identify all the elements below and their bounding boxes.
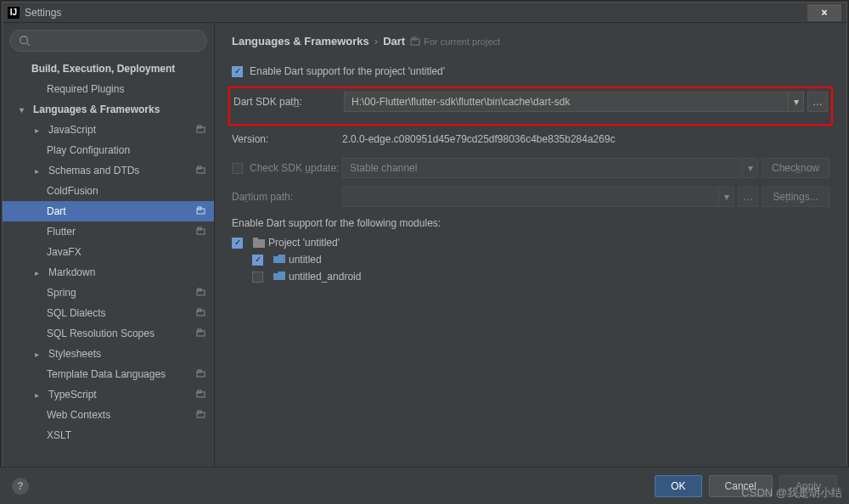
dartium-path-label: Dartium path:: [232, 191, 342, 203]
sidebar-item[interactable]: Web Contexts: [3, 405, 214, 425]
browse-sdk-button[interactable]: …: [807, 92, 828, 112]
module-item[interactable]: untitled_android: [232, 268, 829, 285]
project-scope-label: For current project: [410, 36, 500, 47]
module-item[interactable]: untitled: [232, 251, 829, 268]
chevron-down-icon: ▾: [742, 159, 757, 177]
app-icon: IJ: [8, 7, 20, 19]
dartium-path-input: ▾: [342, 187, 734, 207]
enable-dart-label: Enable Dart support for the project 'unt…: [250, 65, 445, 77]
sidebar-item[interactable]: TypeScript: [3, 384, 214, 405]
svg-rect-25: [253, 238, 258, 241]
sidebar-item[interactable]: Play Configuration: [3, 140, 214, 160]
browse-dartium-button: …: [738, 187, 758, 207]
folder-icon: [273, 255, 285, 265]
module-name: untitled: [289, 254, 322, 266]
watermark: CSDN @我是胡小结: [741, 485, 842, 501]
svg-line-1: [27, 43, 31, 47]
close-button[interactable]: ×: [807, 4, 841, 21]
sidebar-item[interactable]: Build, Execution, Deployment: [3, 59, 214, 79]
project-scope-icon: [196, 165, 205, 176]
sidebar-item[interactable]: SQL Dialects: [3, 303, 214, 323]
sidebar-item[interactable]: Dart: [3, 201, 214, 221]
enable-dart-checkbox[interactable]: [232, 66, 243, 77]
sidebar-item[interactable]: SQL Resolution Scopes: [3, 323, 214, 344]
module-name: untitled_android: [289, 271, 361, 283]
sdk-path-label: Dart SDK path:: [233, 96, 344, 108]
update-channel-value: Stable channel: [350, 162, 417, 174]
folder-icon: [273, 272, 285, 282]
sidebar-item[interactable]: Template Data Languages: [3, 364, 214, 384]
project-scope-icon: [196, 288, 205, 298]
sidebar-item[interactable]: Markdown: [3, 262, 214, 283]
project-scope-icon: [196, 389, 205, 400]
project-icon: [410, 36, 420, 47]
version-label: Version:: [232, 133, 342, 145]
breadcrumb-a[interactable]: Languages & Frameworks: [232, 35, 369, 48]
chevron-right-icon: ›: [374, 35, 378, 48]
sidebar-item[interactable]: Flutter: [3, 221, 214, 242]
sidebar-item[interactable]: Schemas and DTDs: [3, 160, 214, 181]
sdk-path-value: H:\00-Flutter\flutter-sdk\flutter\bin\ca…: [351, 96, 570, 108]
sidebar-item[interactable]: Spring: [3, 283, 214, 303]
project-scope-icon: [196, 369, 205, 379]
sdk-path-input[interactable]: H:\00-Flutter\flutter-sdk\flutter\bin\ca…: [344, 92, 804, 112]
module-checkbox[interactable]: [252, 255, 263, 266]
version-value: 2.0.0-edge.c080951d45e79cd25df98036c4be8…: [342, 133, 829, 145]
help-button[interactable]: ?: [12, 478, 29, 495]
chevron-down-icon: ▾: [718, 188, 734, 206]
check-update-label: Check SDK update:: [250, 162, 339, 174]
breadcrumb: Languages & Frameworks › Dart For curren…: [232, 35, 829, 48]
project-scope-icon: [196, 410, 205, 420]
module-root-label: Project 'untitled': [268, 237, 340, 249]
project-scope-icon: [196, 328, 205, 339]
sidebar-item[interactable]: Languages & Frameworks: [3, 99, 214, 120]
project-icon: [253, 238, 265, 248]
sidebar-item[interactable]: Required Plugins: [3, 79, 214, 99]
svg-point-0: [20, 36, 28, 44]
module-checkbox[interactable]: [252, 272, 263, 283]
modules-label: Enable Dart support for the following mo…: [232, 217, 829, 229]
module-root[interactable]: Project 'untitled': [232, 234, 829, 251]
update-channel-select: Stable channel ▾: [342, 158, 758, 178]
project-scope-icon: [196, 227, 205, 237]
search-icon: [19, 35, 31, 47]
dartium-settings-button: Settings...: [762, 187, 829, 207]
window-title: Settings: [25, 7, 807, 19]
chevron-down-icon[interactable]: ▾: [788, 92, 803, 111]
sidebar-item[interactable]: XSLT: [3, 425, 214, 445]
sidebar-item[interactable]: JavaFX: [3, 242, 214, 262]
ok-button[interactable]: OK: [655, 475, 701, 497]
sidebar-item[interactable]: JavaScript: [3, 120, 214, 140]
search-input[interactable]: [9, 30, 207, 52]
check-update-checkbox[interactable]: [232, 163, 243, 174]
sidebar-item[interactable]: ColdFusion: [3, 181, 214, 201]
breadcrumb-b: Dart: [383, 35, 405, 48]
project-scope-icon: [196, 125, 205, 135]
project-scope-icon: [196, 206, 205, 216]
project-scope-icon: [196, 308, 205, 318]
sidebar-item[interactable]: Stylesheets: [3, 344, 214, 364]
check-now-button: Check now: [762, 158, 829, 178]
module-root-checkbox[interactable]: [232, 238, 243, 249]
